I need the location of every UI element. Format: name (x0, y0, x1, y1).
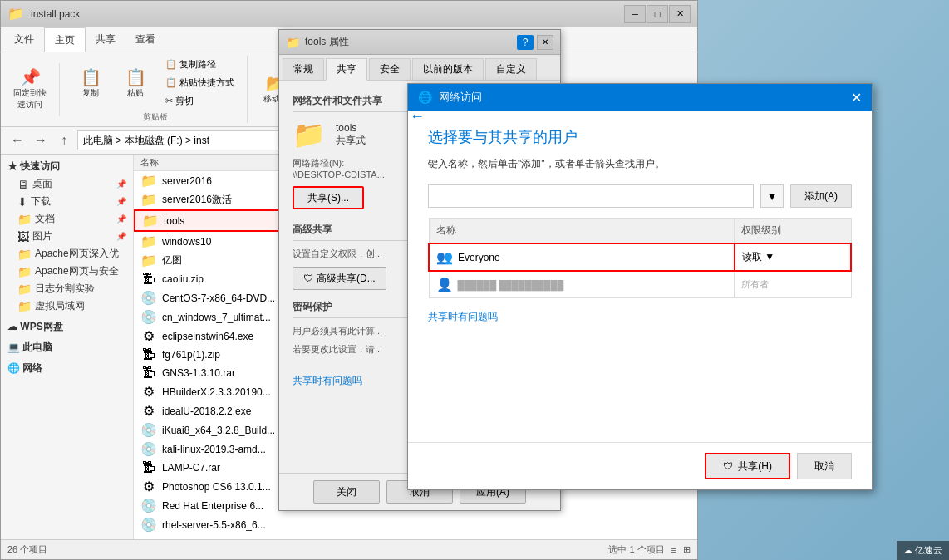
sharing-titlebar: 🌐 网络访问 ✕ (408, 84, 872, 111)
view-icon-list[interactable]: ≡ (671, 545, 676, 555)
file-name-rhel: rhel-server-5.5-x86_6... (162, 519, 691, 531)
sidebar-label-apache2: Apache网页与安全 (35, 264, 119, 278)
status-count: 26 个项目 (7, 543, 47, 556)
sidebar-item-downloads[interactable]: ⬇ 下载 📌 (1, 193, 133, 210)
forward-nav-button[interactable]: → (31, 130, 51, 150)
eclipse-icon: ⚙ (140, 328, 157, 344)
owner-user-icon: 👤 (436, 277, 453, 292)
pin-label: 固定到快速访问 (13, 87, 47, 111)
sidebar-item-documents[interactable]: 📁 文档 📌 (1, 210, 133, 228)
advanced-share-button[interactable]: 🛡 高级共享(D... (293, 267, 386, 290)
tab-previous-versions[interactable]: 以前的版本 (412, 58, 484, 80)
sidebar-item-log[interactable]: 📁 日志分割实验 (1, 280, 133, 297)
sharing-share-button[interactable]: 🛡 共享(H) (705, 453, 790, 479)
pin-icon: 📌 (20, 67, 41, 87)
sharing-row-everyone[interactable]: 👥 Everyone 读取 ▼ (429, 243, 851, 271)
props-help-button[interactable]: ? (517, 35, 534, 50)
documents-icon: 📁 (17, 213, 32, 226)
up-nav-button[interactable]: ↑ (54, 130, 74, 150)
copy-icon: 📋 (81, 67, 101, 87)
fg761p-icon: 🗜 (140, 347, 157, 362)
sidebar-item-desktop[interactable]: 🖥 桌面 📌 (1, 175, 133, 193)
sharing-add-button[interactable]: 添加(A) (790, 184, 852, 208)
everyone-perm: 读取 ▼ (742, 251, 774, 263)
explorer-titlebar: 📁 install pack ─ □ ✕ (1, 1, 697, 27)
pc-header[interactable]: 💻 此电脑 (1, 339, 133, 356)
maximize-button[interactable]: □ (647, 5, 668, 23)
gns3-icon: 🗜 (140, 366, 157, 381)
sharing-user-input[interactable] (428, 184, 754, 208)
wps-header[interactable]: ☁ WPS网盘 (1, 318, 133, 336)
quick-access-header[interactable]: ★ 快速访问 (1, 158, 133, 175)
tab-file[interactable]: 文件 (4, 27, 44, 52)
sidebar-item-pictures[interactable]: 🖼 图片 📌 (1, 228, 133, 245)
everyone-user-icon: 👥 (436, 249, 453, 265)
sidebar-label-documents: 文档 (35, 212, 55, 226)
props-close-button[interactable]: ✕ (537, 35, 553, 50)
close-props-button[interactable]: 关闭 (313, 480, 380, 504)
tab-home[interactable]: 主页 (44, 27, 86, 52)
sharing-table: 名称 权限级别 👥 Everyone 读取 ▼ (428, 218, 852, 298)
share-folder-status: 共享式 (336, 134, 366, 148)
tab-customize[interactable]: 自定义 (485, 58, 537, 80)
windows10-icon: 📁 (140, 233, 157, 249)
sharing-close-button[interactable]: ✕ (851, 90, 862, 106)
sharing-dropdown: ▼ (760, 184, 784, 208)
view-icon-grid[interactable]: ⊞ (683, 544, 691, 555)
sidebar-label-apache1: Apache网页深入优 (35, 247, 119, 261)
sharing-body: 选择要与其共享的用户 键入名称，然后单击"添加"，或者单击箭头查找用户。 ▼ 添… (408, 111, 872, 442)
back-nav-button[interactable]: ← (7, 130, 27, 150)
sharing-dropdown-button[interactable]: ▼ (760, 184, 784, 208)
sharing-cancel-button[interactable]: 取消 (797, 453, 852, 479)
status-selected: 选中 1 个项目 (608, 543, 664, 556)
sidebar-section-pc: 💻 此电脑 (1, 339, 133, 356)
pin-indicator: 📌 (116, 179, 126, 189)
sidebar-section-quickaccess: ★ 快速访问 🖥 桌面 📌 ⬇ 下载 📌 📁 文档 📌 🖼 (1, 158, 133, 315)
sharing-header: 选择要与其共享的用户 (428, 127, 852, 147)
back-arrow-icon[interactable]: ← (410, 108, 425, 125)
tab-security[interactable]: 安全 (369, 58, 411, 80)
pin-to-quick-access-button[interactable]: 📌 固定到快速访问 (7, 63, 52, 115)
copy-path-button[interactable]: 📋 复制路径 (160, 56, 240, 73)
sidebar-item-vlan[interactable]: 📁 虚拟局域网 (1, 297, 133, 315)
ribbon-group-clipboard: 📋 复制 📋 粘贴 📋 复制路径 📋 粘贴快捷方式 ✂ 剪切 剪贴板 (70, 56, 248, 123)
tab-share[interactable]: 共享 (86, 27, 125, 52)
desktop-icon: 🖥 (17, 178, 29, 191)
ribbon-group-pin: 📌 固定到快速访问 (7, 63, 60, 116)
sharing-trouble-link[interactable]: 共享时有问题吗 (428, 311, 498, 322)
sidebar-section-network: 🌐 网络 (1, 360, 133, 377)
tab-view[interactable]: 查看 (125, 27, 165, 52)
tab-sharing[interactable]: 共享 (326, 58, 367, 81)
sidebar-item-apache2[interactable]: 📁 Apache网页与安全 (1, 263, 133, 280)
sidebar-item-apache1[interactable]: 📁 Apache网页深入优 (1, 245, 133, 263)
minimize-button[interactable]: ─ (624, 5, 646, 23)
share-button[interactable]: 共享(S)... (293, 186, 364, 209)
apache1-icon: 📁 (17, 248, 32, 261)
explorer-win-controls: ─ □ ✕ (624, 5, 691, 23)
paste-button[interactable]: 📋 粘贴 (115, 63, 156, 103)
sharing-title-text: 网络访问 (439, 90, 851, 105)
copy-button[interactable]: 📋 复制 (70, 63, 111, 103)
network-header[interactable]: 🌐 网络 (1, 360, 133, 377)
trouble-link[interactable]: 共享时有问题吗 (293, 375, 362, 386)
idealu-icon: ⚙ (140, 403, 157, 419)
pin-indicator3: 📌 (116, 214, 126, 224)
server2016-icon: 📁 (140, 173, 157, 189)
sidebar-label-downloads: 下载 (31, 194, 51, 209)
kali-icon: 💿 (140, 441, 157, 457)
sidebar-label-log: 日志分割实验 (35, 282, 95, 296)
copy-label: 复制 (82, 87, 99, 99)
pin-indicator2: 📌 (116, 197, 126, 206)
sharing-row-owner[interactable]: 👤 ██████ ██████████ 所有者 (429, 271, 851, 298)
photoshop-icon: ⚙ (140, 479, 157, 494)
caoliu-icon: 🗜 (140, 272, 157, 287)
share-folder-icon: 📁 (293, 119, 326, 150)
cut-button[interactable]: ✂ 剪切 (160, 92, 240, 110)
shield-icon: 🛡 (303, 273, 313, 284)
paste-shortcut-button[interactable]: 📋 粘贴快捷方式 (160, 74, 240, 91)
file-item-rhel[interactable]: 💿 rhel-server-5.5-x86_6... (134, 515, 697, 534)
close-button[interactable]: ✕ (669, 5, 691, 23)
tab-general[interactable]: 常规 (283, 58, 324, 80)
folder-icon: 📁 (7, 6, 24, 22)
sharing-footer: 🛡 共享(H) 取消 (408, 442, 872, 489)
